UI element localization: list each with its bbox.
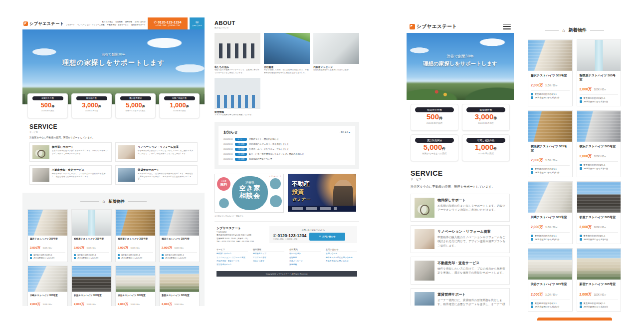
service-card[interactable]: リノベーション・リフォーム提案 中古物件の購入後のリノベーションやリフォームをご…	[115, 142, 198, 162]
footer-link[interactable]: 私たちの強み	[289, 252, 321, 256]
service-section: SERVICE サービス 渋谷区を中心に不動産の売買、管理をサポートしています。…	[22, 118, 205, 189]
about-card-desc: 渋谷で創業して30年、常にお客様の信頼に応え、不動産売却や賃貸管理を中心に業績を…	[264, 69, 310, 74]
footer-col-properties: 物件情報 物件検索トップ エリアから探す 沿線から探す	[253, 248, 284, 267]
nav-top-link[interactable]: 私たちの強み	[102, 21, 113, 23]
property-card[interactable]: 杉並テストハイツ 305号室 2,000万 1LDK / 60㎡ 東京都渋谷区渋…	[71, 266, 112, 306]
service-card[interactable]: リノベーション・リフォーム提案 中古物件の購入後のリノベーションやリフォームをご…	[411, 225, 510, 253]
footer-link[interactable]: 沿線から探す	[253, 260, 284, 263]
property-access: JR渋谷駅西口から徒歩2分	[584, 100, 609, 103]
property-card[interactable]: 渋谷テストハイツ 305号室 2,000万 1LDK / 60㎡ 東京都渋谷区渋…	[528, 248, 573, 311]
header-contact-button[interactable]: ✉ お問い合わせ	[190, 17, 205, 29]
footer-phone[interactable]: ✆ 0120-123-1234	[273, 233, 306, 238]
service-card[interactable]: 物件探しサポート お客様の理想の住まい探しをサポートします。内覧ツアーやオンライ…	[29, 142, 112, 162]
footer-link[interactable]: お問い合わせ	[326, 252, 357, 256]
nav-main-link[interactable]: 賃貸管理サポート	[131, 24, 146, 26]
service-card[interactable]: 賃貸管理サポート オーナー様向けに、賃貸物件の管理業務を代行します。物件運営に必…	[115, 165, 198, 185]
property-card[interactable]: 横浜テストハイツ 305号室 2,000万 1LDK / 60㎡ 東京都渋谷区渋…	[159, 209, 200, 262]
stat-value: 500	[41, 101, 52, 109]
property-card[interactable]: 新宿テストハイツ 305号室 2,000万 1LDK / 60㎡ 東京都渋谷区渋…	[577, 248, 622, 311]
news-list: 2024/11/01 セミナー 不動産セミナー開催のお知らせ 2024/11/0…	[223, 138, 350, 161]
hero-image: 渋谷で創業30年 理想の家探しをサポートします	[407, 33, 514, 100]
property-address: 東京都渋谷区渋谷町1-1	[584, 235, 606, 237]
footer-link[interactable]: 不動産売却・査定サービス	[216, 260, 248, 263]
nav-top-link[interactable]: 採用情報	[125, 21, 132, 23]
businessman-image	[333, 180, 353, 208]
property-card[interactable]: 藤沢テストハイツ 305号室 2,000万 1LDK / 60㎡ 東京都渋谷区渋…	[528, 39, 573, 106]
property-card[interactable]: 横浜テストハイツ 305号室 2,000万 1LDK / 60㎡ 東京都渋谷区渋…	[577, 110, 622, 177]
nav-main-link[interactable]: 不動産売却・査定サービス	[107, 24, 129, 26]
nav-top-link[interactable]: 会社概要	[115, 21, 122, 23]
service-photo	[415, 261, 434, 281]
service-card[interactable]: 不動産売却・査定サービス 物件を売却したい方に向けて、プロの視点から無料査定を実…	[411, 257, 510, 285]
service-card[interactable]: 不動産売却・査定サービス 物件を売却したい方に向けて、プロの視点から無料査定を実…	[29, 165, 112, 185]
arrow-icon: ▶	[349, 131, 350, 133]
news-item[interactable]: 2024/11/01 会社情報 渋谷本店にカフェスペースを併設しました	[223, 143, 350, 146]
property-address: 東京都渋谷区渋谷町1-1	[584, 97, 606, 99]
property-card[interactable]: 相模原テストハイツ 305号室 2,000万 1LDK / 60㎡ 東京都渋谷区…	[577, 39, 622, 106]
property-spec: 1LDK / 60㎡	[594, 226, 606, 229]
stat-label: 年間ご相談件数	[466, 138, 505, 143]
footer-link[interactable]: 物件検索トップ	[253, 252, 284, 256]
property-price: 2,000万	[30, 303, 40, 306]
property-card[interactable]: 藤沢テストハイツ 305号室 2,000万 1LDK / 60㎡ 東京都渋谷区渋…	[27, 209, 68, 262]
footer-contact-box: お問い合わせはこちらから ✆ 0120-123-1234 平日9時～18時、土日…	[269, 226, 357, 244]
property-card[interactable]: 杉並テストハイツ 305号室 2,000万 1LDK / 60㎡ 東京都渋谷区渋…	[577, 181, 622, 244]
about-card[interactable]: 代表者メッセージ 会社代表取締役からお客様に向けたご挨拶。	[313, 33, 359, 74]
nav-main-link[interactable]: 物件探しサポート	[66, 24, 75, 26]
nav-top-link[interactable]: お問い合わせ	[135, 21, 146, 23]
nav-main-link[interactable]: リノベーション・リフォーム提案	[77, 24, 105, 26]
pin-icon	[531, 93, 533, 95]
footer-link[interactable]: 代表メッセージ	[289, 260, 321, 263]
property-card[interactable]: 渋谷テストハイツ 305号室 2,000万 1LDK / 60㎡ 東京都渋谷区渋…	[115, 266, 156, 306]
property-photo	[577, 249, 621, 280]
service-list: 物件探しサポート お客様の理想の住まい探しをサポートします。内覧ツアーやオンライ…	[411, 194, 510, 306]
hero-title: 理想の家探しをサポートします	[22, 58, 205, 67]
news-item[interactable]: 2024/11/01 会社情報 新サービス「資産運用コンサルティング」開始のお知…	[223, 153, 350, 156]
service-card-title: 不動産売却・査定サービス	[437, 261, 506, 266]
property-price: 2,000万	[162, 246, 172, 249]
property-card[interactable]: 川崎テストハイツ 305号室 2,000万 1LDK / 60㎡ 東京都渋谷区渋…	[528, 181, 573, 244]
property-photo	[528, 182, 572, 213]
about-card[interactable]: 私たちの強み 信頼できる不動産パートナーとして、お客様に寄り添ったサービスをご提…	[215, 33, 260, 74]
train-icon	[531, 306, 533, 308]
property-name: 川崎テストハイツ 305号室	[531, 215, 570, 219]
property-card[interactable]: 横須賀テストハイツ 305号室 2,000万 1LDK / 60㎡ 東京都渋谷区…	[528, 110, 573, 177]
footer-company-info: シブヤエステート 〒123-1234 東京都渋谷区渋谷1丁目1-11 渋谷ビル1…	[216, 226, 254, 244]
news-badge: 会社情報	[235, 143, 247, 146]
news-item[interactable]: 2024/11/01 会社情報 公式ホームページをリニューアルしました	[223, 148, 350, 151]
service-card[interactable]: 賃貸管理サポート オーナー様向けに、賃貸物件の管理業務を代行します。物件運営に必…	[411, 288, 510, 306]
vacant-house-banner[interactable]: シブヤエステート 参加費 無料 渋谷区 空き家 相談会	[215, 174, 284, 213]
service-card[interactable]: 物件探しサポート お客様の理想の住まい探しをサポートします。内覧ツアーやオンライ…	[411, 194, 510, 222]
property-price: 2,000万	[162, 303, 172, 306]
footer-contact-button[interactable]: ✉ お問い合わせ	[309, 233, 345, 241]
home-icon: ⌂	[103, 199, 105, 204]
footer-link[interactable]: エリアから探す	[253, 256, 284, 260]
logo[interactable]: シブヤエステート	[22, 17, 64, 29]
stat-card: 年間仲介件数 500件 2024年度の実績	[27, 93, 68, 118]
footer-link[interactable]: 賃貸管理サポート	[216, 263, 248, 267]
news-more-link[interactable]: 一覧を見る ▶	[339, 131, 350, 133]
footer-link[interactable]: リノベーション・リフォーム提案	[216, 256, 248, 260]
mobile-header: シブヤエステート	[407, 20, 514, 33]
footer-link[interactable]: 物件探しサポート	[216, 252, 248, 256]
property-card[interactable]: 横須賀テストハイツ 305号室 2,000万 1LDK / 60㎡ 東京都渋谷区…	[115, 209, 156, 262]
brand-name: シブヤエステート	[29, 21, 64, 26]
logo[interactable]: シブヤエステート	[410, 23, 457, 30]
property-card[interactable]: 新宿テストハイツ 305号室 2,000万 1LDK / 60㎡ 東京都渋谷区渋…	[159, 266, 200, 306]
footer-link[interactable]: 会社概要	[289, 256, 321, 260]
news-item[interactable]: 2024/11/01 会社情報 年末年始の営業について	[223, 158, 350, 161]
property-card[interactable]: 川崎テストハイツ 305号室 2,000万 1LDK / 60㎡ 東京都渋谷区渋…	[27, 266, 68, 306]
search-properties-button[interactable]: 物件を探す ›	[537, 318, 612, 321]
header-phone[interactable]: ✆ 0120-123-1234 平日9時～18時、土日祝9時～17時	[148, 17, 188, 29]
about-card[interactable]: 採用情報 さまざまな職種で働く仲間を募集しています。	[215, 78, 260, 117]
footer-link[interactable]: 不動産売却のお問い合わせ	[326, 260, 357, 263]
investment-seminar-banner[interactable]: 不動産 投資 セミナー	[288, 174, 356, 212]
stat-note: 2024年度の実績	[28, 110, 67, 112]
about-photo	[215, 33, 260, 64]
footer-link[interactable]: 物件オーナー様のお問い合わせ	[326, 256, 357, 260]
about-card[interactable]: 会社概要 渋谷で創業して30年、常にお客様の信頼に応え、不動産売却や賃貸管理を中…	[264, 33, 310, 74]
hamburger-menu-icon[interactable]	[503, 24, 511, 29]
footer-link[interactable]: 採用情報	[289, 263, 321, 267]
property-card[interactable]: 相模原テストハイツ 305号室 2,000万 1LDK / 60㎡ 東京都渋谷区…	[71, 209, 112, 262]
news-item[interactable]: 2024/11/01 セミナー 不動産セミナー開催のお知らせ	[223, 138, 350, 141]
